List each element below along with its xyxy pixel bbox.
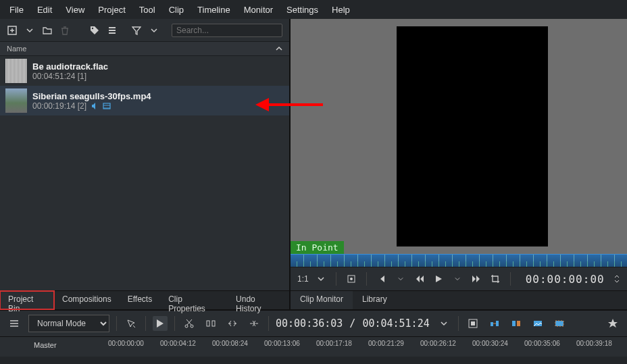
forward-icon[interactable]	[470, 272, 483, 286]
preview-icon[interactable]	[466, 316, 480, 331]
trash-icon[interactable]	[59, 25, 70, 36]
tab-undo-history[interactable]: Undo History	[228, 291, 289, 309]
svg-rect-12	[496, 321, 499, 326]
show-markers-icon[interactable]	[552, 316, 567, 331]
goto-start-icon[interactable]	[375, 272, 388, 286]
select-tool-icon[interactable]	[153, 316, 168, 331]
tag-icon[interactable]	[89, 25, 100, 36]
tab-library[interactable]: Library	[353, 291, 397, 309]
favorite-icon[interactable]	[605, 316, 620, 331]
ruler-tick: 00:00:13:06	[264, 340, 316, 347]
menu-file[interactable]: File	[3, 2, 30, 18]
chevron-down-icon[interactable]	[24, 25, 35, 36]
menu-timeline[interactable]: Timeline	[191, 2, 237, 18]
menu-settings[interactable]: Settings	[280, 2, 325, 18]
file-meta: 00:04:51:24 [1]	[32, 72, 108, 81]
menu-tool[interactable]: Tool	[132, 2, 162, 18]
rewind-icon[interactable]	[413, 272, 426, 286]
svg-rect-8	[212, 321, 215, 326]
audio-thumbnail	[5, 59, 27, 83]
list-icon[interactable]	[107, 25, 118, 36]
show-tags-icon[interactable]	[509, 316, 524, 331]
menu-help[interactable]: Help	[325, 2, 357, 18]
svg-point-4	[350, 278, 353, 280]
bin-toolbar	[0, 19, 289, 42]
ruler-tick: 00:00:08:24	[212, 340, 264, 347]
ruler-tick: 00:00:39:18	[576, 340, 627, 347]
svg-rect-13	[512, 321, 516, 326]
sort-icon[interactable]	[276, 45, 282, 52]
file-name: Siberian seagulls-30fps.mp4	[32, 91, 151, 101]
stepper-icon[interactable]	[610, 272, 624, 286]
menu-project[interactable]: Project	[91, 2, 132, 18]
svg-point-6	[191, 325, 193, 328]
overwrite-icon[interactable]	[247, 316, 261, 331]
ruler-tick: 00:00:04:12	[160, 340, 212, 347]
video-thumbnail	[5, 88, 27, 113]
svg-rect-14	[517, 321, 520, 326]
menu-edit[interactable]: Edit	[30, 2, 59, 18]
insert-icon[interactable]	[225, 316, 240, 331]
timeline-toolbar: Normal Mode 00:00:36:03 / 00:04:51:24	[0, 309, 627, 336]
add-clip-icon[interactable]	[7, 25, 18, 36]
timeline-ruler[interactable]: Master 00:00:00:00 00:00:04:12 00:00:08:…	[0, 336, 627, 357]
filter-icon[interactable]	[131, 25, 142, 36]
chevron-down-icon[interactable]	[451, 272, 464, 286]
chevron-down-icon[interactable]	[394, 272, 407, 286]
zoom-ratio[interactable]: 1:1	[297, 274, 309, 284]
file-list: Be audiotrack.flac 00:04:51:24 [1] Siber…	[0, 56, 289, 290]
ruler-tick: 00:00:17:18	[316, 340, 368, 347]
track-menu-icon[interactable]	[7, 316, 22, 331]
file-name: Be audiotrack.flac	[32, 61, 108, 72]
menu-monitor[interactable]: Monitor	[237, 2, 280, 18]
tab-clip-monitor[interactable]: Clip Monitor	[291, 291, 353, 309]
file-meta: 00:00:19:14 [2]	[32, 101, 86, 111]
monitor-timecode[interactable]: 00:00:00:00	[526, 273, 605, 286]
play-icon[interactable]	[432, 272, 445, 286]
search-input[interactable]	[172, 24, 282, 37]
tab-project-bin[interactable]: Project Bin	[0, 291, 54, 309]
menu-view[interactable]: View	[59, 2, 91, 18]
timecode-sep: /	[349, 317, 355, 330]
panel-tabs: Project Bin Compositions Effects Clip Pr…	[0, 290, 289, 309]
mix-audio-icon[interactable]	[487, 316, 502, 331]
monitor-viewport[interactable]: In Point	[291, 19, 627, 254]
svg-rect-16	[555, 321, 563, 326]
spacer-icon[interactable]	[203, 316, 218, 331]
audio-icon	[91, 102, 99, 110]
video-preview	[397, 26, 548, 246]
menu-clip[interactable]: Clip	[162, 2, 191, 18]
svg-rect-11	[491, 322, 493, 326]
ruler-tick: 00:00:30:24	[472, 340, 524, 347]
tool-icon[interactable]	[124, 316, 139, 331]
monitor-ruler[interactable]	[291, 254, 627, 267]
show-thumbs-icon[interactable]	[530, 316, 545, 331]
tab-compositions[interactable]: Compositions	[54, 291, 120, 309]
monitor-panel: In Point 1:1 00:00:00:00 Clip Monitor	[291, 19, 627, 309]
ruler-tick: 00:00:21:29	[368, 340, 420, 347]
in-point-label: In Point	[291, 241, 344, 254]
video-icon	[103, 102, 111, 110]
svg-point-5	[185, 325, 188, 328]
folder-icon[interactable]	[42, 25, 53, 36]
monitor-tabs: Clip Monitor Library	[291, 290, 627, 309]
cut-icon[interactable]	[182, 316, 197, 331]
crop-icon[interactable]	[488, 272, 502, 286]
edit-mode-select[interactable]: Normal Mode	[28, 315, 109, 332]
chevron-down-icon[interactable]	[436, 316, 451, 331]
tab-clip-properties[interactable]: Clip Properties	[160, 291, 228, 309]
ruler-tick: 00:00:35:06	[524, 340, 576, 347]
in-point-icon[interactable]	[345, 272, 358, 286]
ruler-tick: 00:00:26:12	[420, 340, 472, 347]
column-header[interactable]: Name	[0, 42, 289, 56]
chevron-down-icon[interactable]	[149, 25, 159, 36]
timeline-duration: 00:04:51:24	[362, 317, 429, 330]
list-item[interactable]: Siberian seagulls-30fps.mp4 00:00:19:14 …	[0, 86, 289, 115]
ruler-tick: 00:00:00:00	[108, 340, 160, 347]
monitor-controls: 1:1 00:00:00:00	[291, 267, 627, 290]
chevron-down-icon[interactable]	[314, 272, 328, 286]
svg-point-1	[92, 27, 93, 28]
tab-effects[interactable]: Effects	[120, 291, 160, 309]
timeline-position[interactable]: 00:00:36:03	[276, 317, 343, 330]
list-item[interactable]: Be audiotrack.flac 00:04:51:24 [1]	[0, 56, 289, 86]
